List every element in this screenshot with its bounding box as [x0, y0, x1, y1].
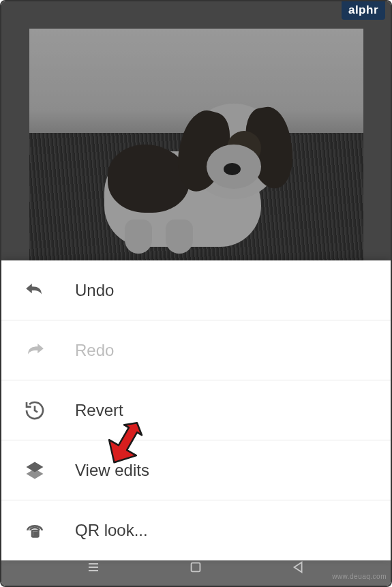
- recents-button[interactable]: [84, 558, 103, 577]
- svg-rect-3: [34, 532, 37, 535]
- qr-look-menuitem[interactable]: QR look...: [1, 500, 391, 560]
- image-preview-area: [1, 1, 391, 260]
- revert-icon: [22, 397, 48, 423]
- view-edits-label: View edits: [75, 461, 149, 480]
- qr-look-label: QR look...: [75, 521, 148, 540]
- watermark-text: www.deuaq.com: [332, 573, 387, 580]
- qr-look-icon: [22, 517, 48, 543]
- revert-menuitem[interactable]: Revert: [1, 380, 391, 440]
- app-frame: alphr: [0, 0, 392, 587]
- brand-badge: alphr: [342, 1, 385, 20]
- undo-menuitem[interactable]: Undo: [1, 260, 391, 320]
- edit-history-menu: Undo Redo Revert: [1, 260, 391, 560]
- svg-marker-1: [27, 468, 44, 479]
- content-area: Undo Redo Revert: [1, 1, 391, 549]
- layers-icon: [22, 457, 48, 483]
- svg-marker-8: [294, 562, 301, 573]
- back-button[interactable]: [289, 558, 308, 577]
- view-edits-menuitem[interactable]: View edits: [1, 440, 391, 500]
- redo-menuitem: Redo: [1, 320, 391, 380]
- undo-icon: [22, 277, 48, 303]
- redo-label: Redo: [75, 341, 114, 360]
- svg-rect-7: [192, 563, 200, 572]
- undo-label: Undo: [75, 281, 114, 300]
- redo-icon: [22, 337, 48, 363]
- revert-label: Revert: [75, 401, 123, 420]
- home-button[interactable]: [186, 558, 205, 577]
